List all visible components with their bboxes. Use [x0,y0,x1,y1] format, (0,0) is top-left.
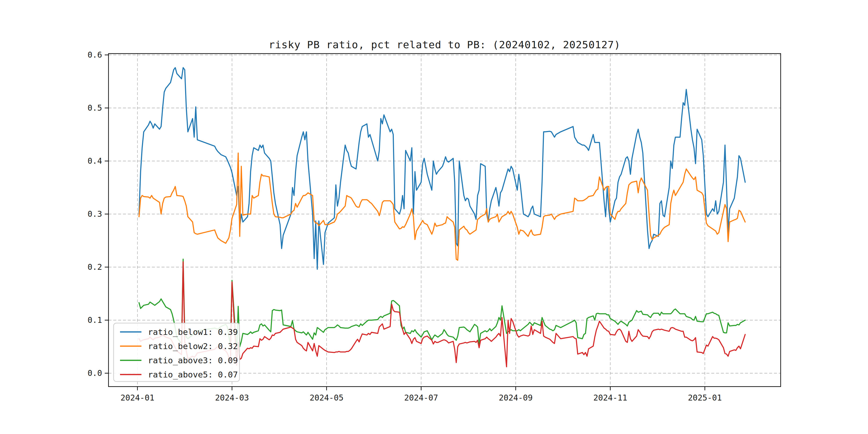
x-tick-label: 2024-05 [310,393,343,402]
figure-canvas: 2024-012024-032024-052024-072024-092024-… [0,0,868,434]
legend-label: ratio_below2: 0.32 [148,341,238,351]
x-tick-label: 2024-09 [499,393,533,402]
y-tick-label: 0.1 [88,315,102,325]
series-line-ratio_below2 [139,153,745,260]
x-tick-label: 2024-03 [215,393,249,402]
x-tick-label: 2024-11 [593,393,627,402]
x-tick-label: 2025-01 [688,393,722,402]
y-tick-label: 0.0 [88,368,102,378]
y-tick-label: 0.3 [88,209,102,219]
x-tick-label: 2024-07 [404,393,438,402]
chart-title: risky PB ratio, pct related to PB: (2024… [269,39,620,51]
y-tick-label: 0.2 [88,262,102,272]
y-tick-label: 0.4 [88,156,102,165]
y-tick-label: 0.6 [88,50,102,60]
legend-label: ratio_above3: 0.09 [148,355,238,365]
legend-label: ratio_below1: 0.39 [148,327,238,337]
legend-label: ratio_above5: 0.07 [148,370,238,380]
series-line-ratio_below1 [139,68,745,269]
x-tick-label: 2024-01 [121,393,154,402]
line-chart: 2024-012024-032024-052024-072024-092024-… [0,0,868,434]
y-tick-label: 0.5 [88,103,102,113]
